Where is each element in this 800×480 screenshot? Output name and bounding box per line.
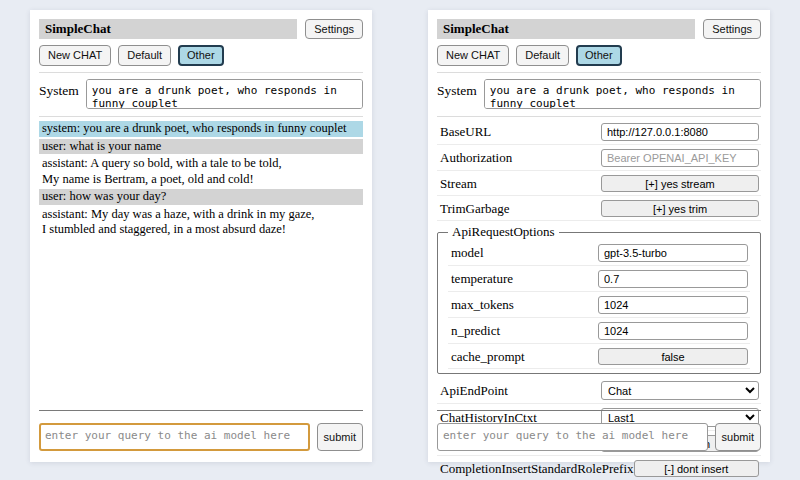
session-button-other[interactable]: Other xyxy=(576,45,622,66)
header-divider xyxy=(437,72,761,73)
query-row: submit xyxy=(437,423,761,451)
setting-label-model: model xyxy=(451,245,484,261)
setting-label-baseurl: BaseURL xyxy=(440,124,491,140)
setting-label-completion-insert-standard-role-prefix: CompletionInsertStandardRolePrefix xyxy=(440,461,634,477)
api-request-options-fieldset: ApiRequestOptions model temperature max_… xyxy=(437,224,761,374)
session-button-default[interactable]: Default xyxy=(516,45,569,66)
trimgarbage-toggle-button[interactable]: [+] yes trim xyxy=(601,200,759,217)
model-input[interactable] xyxy=(598,244,748,262)
max-tokens-input[interactable] xyxy=(598,296,748,314)
temperature-input[interactable] xyxy=(598,270,748,288)
system-prompt-row: System you are a drunk poet, who respond… xyxy=(39,79,363,109)
system-prompt-input[interactable]: you are a drunk poet, who responds in fu… xyxy=(86,79,363,109)
api-request-options-legend: ApiRequestOptions xyxy=(448,224,559,240)
session-button-other[interactable]: Other xyxy=(178,45,224,66)
setting-label-n-predict: n_predict xyxy=(451,323,500,339)
query-row: submit xyxy=(39,423,363,451)
stream-toggle-button[interactable]: [+] yes stream xyxy=(601,175,759,192)
completion-insert-standard-role-prefix-toggle-button[interactable]: [-] dont insert xyxy=(634,460,759,477)
submit-button[interactable]: submit xyxy=(317,423,363,451)
system-divider xyxy=(437,116,761,117)
setting-row-completion-insert-standard-role-prefix: CompletionInsertStandardRolePrefix [-] d… xyxy=(437,457,761,480)
chat-message-system: system: you are a drunk poet, who respon… xyxy=(39,121,363,137)
setting-label-temperature: temperature xyxy=(451,271,513,287)
new-chat-button[interactable]: New CHAT xyxy=(437,45,509,66)
system-prompt-input[interactable]: you are a drunk poet, who responds in fu… xyxy=(484,79,761,109)
setting-row-stream: Stream [+] yes stream xyxy=(437,172,761,196)
chat-message-user: user: how was your day? xyxy=(39,189,363,205)
setting-label-trimgarbage: TrimGarbage xyxy=(440,201,510,217)
system-divider xyxy=(39,116,363,117)
setting-row-temperature: temperature xyxy=(448,267,750,292)
submit-button[interactable]: submit xyxy=(715,423,761,451)
authorization-input[interactable] xyxy=(601,149,759,167)
setting-row-authorization: Authorization xyxy=(437,146,761,171)
setting-row-api-endpoint: ApiEndPoint Chat xyxy=(437,378,761,404)
header-divider xyxy=(39,72,363,73)
settings-button[interactable]: Settings xyxy=(305,19,363,39)
app-title: SimpleChat xyxy=(39,19,297,39)
chat-message-assistant: assistant: My day was a haze, with a dri… xyxy=(39,207,363,238)
system-prompt-label: System xyxy=(437,79,477,99)
setting-label-stream: Stream xyxy=(440,176,477,192)
settings-view-panel: SimpleChat Settings New CHAT Default Oth… xyxy=(428,10,770,462)
setting-row-model: model xyxy=(448,241,750,266)
setting-label-authorization: Authorization xyxy=(440,150,512,166)
new-chat-button[interactable]: New CHAT xyxy=(39,45,111,66)
session-button-default[interactable]: Default xyxy=(118,45,171,66)
query-divider xyxy=(39,410,363,411)
session-buttons: New CHAT Default Other xyxy=(437,45,761,66)
titlebar: SimpleChat Settings xyxy=(437,19,761,39)
setting-row-cache-prompt: cache_prompt false xyxy=(448,345,750,369)
api-endpoint-select[interactable]: Chat xyxy=(601,381,759,400)
setting-label-api-endpoint: ApiEndPoint xyxy=(440,383,508,399)
n-predict-input[interactable] xyxy=(598,322,748,340)
chat-message-user: user: what is your name xyxy=(39,139,363,155)
session-buttons: New CHAT Default Other xyxy=(39,45,363,66)
app-title: SimpleChat xyxy=(437,19,695,39)
chat-log: system: you are a drunk poet, who respon… xyxy=(39,121,363,238)
setting-row-n-predict: n_predict xyxy=(448,319,750,344)
query-divider xyxy=(437,410,761,411)
query-input[interactable] xyxy=(437,423,708,451)
setting-label-max-tokens: max_tokens xyxy=(451,297,514,313)
chat-view-panel: SimpleChat Settings New CHAT Default Oth… xyxy=(30,10,372,462)
setting-row-baseurl: BaseURL xyxy=(437,120,761,145)
setting-row-trimgarbage: TrimGarbage [+] yes trim xyxy=(437,197,761,221)
settings-button[interactable]: Settings xyxy=(703,19,761,39)
chat-message-assistant: assistant: A query so bold, with a tale … xyxy=(39,156,363,187)
setting-label-cache-prompt: cache_prompt xyxy=(451,349,525,365)
titlebar: SimpleChat Settings xyxy=(39,19,363,39)
system-prompt-row: System you are a drunk poet, who respond… xyxy=(437,79,761,109)
baseurl-input[interactable] xyxy=(601,123,759,141)
system-prompt-label: System xyxy=(39,79,79,99)
cache-prompt-toggle-button[interactable]: false xyxy=(598,348,748,365)
query-input[interactable] xyxy=(39,423,310,451)
setting-row-max-tokens: max_tokens xyxy=(448,293,750,318)
